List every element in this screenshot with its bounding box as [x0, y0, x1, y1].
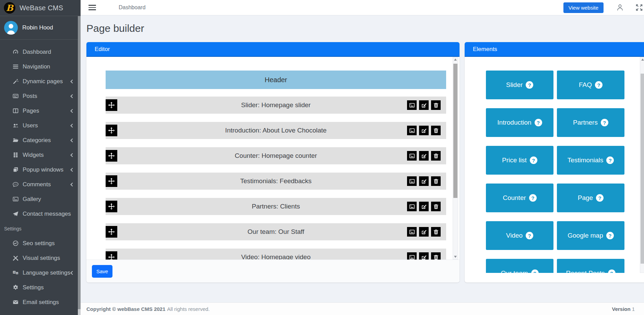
fullscreen-expand-icon[interactable]: [634, 3, 644, 12]
row-edit-icon[interactable]: [419, 202, 429, 211]
question-circle-icon[interactable]: ?: [595, 81, 603, 89]
element-button-recent-posts[interactable]: Recent Posts?: [557, 259, 624, 273]
editor-row[interactable]: Counter: Homepage counter: [106, 147, 446, 164]
sidebar-item-settings[interactable]: Settings: [0, 280, 81, 295]
element-button-testimonials[interactable]: Testimonials?: [557, 146, 624, 175]
row-edit-icon[interactable]: [419, 100, 429, 110]
row-delete-icon[interactable]: [431, 126, 441, 135]
editor-row[interactable]: Our team: Our Staff: [106, 223, 446, 240]
sidebar-item-navigation[interactable]: Navigation: [0, 59, 81, 74]
sidebar-item-popup-windows[interactable]: Popup windows: [0, 162, 81, 177]
sidebar-scrollbar[interactable]: [78, 16, 81, 315]
element-label: Page: [578, 194, 593, 202]
elements-scrollbar[interactable]: [640, 57, 644, 273]
footer-version: Version1: [612, 306, 635, 312]
drag-move-icon[interactable]: [106, 226, 117, 238]
sidebar-item-seo-settings[interactable]: Seo settings: [0, 236, 81, 251]
question-circle-icon[interactable]: ?: [596, 194, 604, 202]
scroll-down-arrow-icon[interactable]: [454, 256, 457, 258]
row-image-icon[interactable]: [407, 202, 417, 211]
element-button-faq[interactable]: FAQ?: [557, 71, 624, 99]
editor-row[interactable]: Testimonials: Feedbacks: [106, 173, 446, 190]
drag-move-icon[interactable]: [106, 175, 117, 187]
question-circle-icon[interactable]: ?: [529, 194, 537, 202]
element-button-video[interactable]: Video?: [486, 221, 553, 250]
row-edit-icon[interactable]: [419, 126, 429, 135]
drag-move-icon[interactable]: [106, 150, 117, 162]
scroll-up-arrow-icon[interactable]: [641, 59, 644, 61]
row-edit-icon[interactable]: [419, 151, 429, 161]
row-delete-icon[interactable]: [431, 227, 441, 237]
brand[interactable]: B WeBase CMS: [0, 0, 81, 16]
element-label: Our team: [501, 269, 528, 273]
element-button-introduction[interactable]: Introduction?: [486, 108, 553, 137]
sidebar-item-users[interactable]: Users: [0, 118, 81, 133]
question-circle-icon[interactable]: ?: [606, 156, 614, 164]
row-edit-icon[interactable]: [419, 176, 429, 186]
hamburger-menu-icon[interactable]: [88, 3, 96, 12]
element-button-slider[interactable]: Slider?: [486, 71, 553, 99]
sidebar-scrollbar-thumb[interactable]: [78, 16, 81, 309]
row-delete-icon[interactable]: [431, 252, 441, 260]
sidebar-item-dynamic-pages[interactable]: Dynamic pages: [0, 74, 81, 89]
question-circle-icon[interactable]: ?: [608, 269, 616, 273]
element-button-partners[interactable]: Partners?: [557, 108, 624, 137]
sidebar-item-posts[interactable]: Posts: [0, 89, 81, 103]
element-label: Introduction: [497, 119, 531, 126]
view-website-button[interactable]: View website: [563, 2, 604, 13]
row-image-icon[interactable]: [407, 176, 417, 186]
row-image-icon[interactable]: [407, 126, 417, 135]
row-delete-icon[interactable]: [431, 176, 441, 186]
header-block[interactable]: Header: [106, 71, 446, 89]
drag-move-icon[interactable]: [106, 251, 117, 260]
element-button-our-team[interactable]: Our team?: [486, 259, 553, 273]
element-button-counter[interactable]: Counter?: [486, 184, 553, 212]
question-circle-icon[interactable]: ?: [530, 156, 537, 164]
sidebar-item-email-settings[interactable]: Email settings: [0, 295, 81, 310]
row-image-icon[interactable]: [407, 100, 417, 110]
editor-row[interactable]: Partners: Clients: [106, 198, 446, 215]
element-button-page[interactable]: Page?: [557, 184, 624, 212]
sidebar-item-language-settings[interactable]: Az Language settings: [0, 265, 81, 280]
editor-row[interactable]: Video: Homepage video: [106, 249, 446, 260]
sidebar-item-dashboard[interactable]: Dashboard: [0, 45, 81, 59]
row-edit-icon[interactable]: [419, 252, 429, 260]
sidebar-item-comments[interactable]: Comments: [0, 177, 81, 192]
chevron-left-icon: [70, 124, 74, 127]
question-circle-icon[interactable]: ?: [606, 232, 614, 239]
editor-scrollbar[interactable]: [453, 57, 458, 260]
sidebar-item-gallery[interactable]: Gallery: [0, 192, 81, 206]
editor-row[interactable]: Slider: Homepage slider: [106, 97, 446, 114]
sidebar-item-widgets[interactable]: Widgets: [0, 148, 81, 162]
row-delete-icon[interactable]: [431, 202, 441, 211]
scroll-up-arrow-icon[interactable]: [454, 59, 457, 61]
drag-move-icon[interactable]: [106, 201, 117, 212]
element-button-price-list[interactable]: Price list?: [486, 146, 553, 175]
row-delete-icon[interactable]: [431, 100, 441, 110]
question-circle-icon[interactable]: ?: [526, 81, 533, 89]
row-image-icon[interactable]: [407, 227, 417, 237]
save-button[interactable]: Save: [92, 265, 112, 278]
drag-move-icon[interactable]: [106, 99, 117, 111]
sidebar-item-categories[interactable]: Categories: [0, 133, 81, 148]
question-circle-icon[interactable]: ?: [531, 269, 539, 273]
sidebar-item-visual-settings[interactable]: Visual settings: [0, 251, 81, 265]
sidebar-item-contact-messages[interactable]: Contact messages: [0, 206, 81, 221]
row-edit-icon[interactable]: [419, 227, 429, 237]
sidebar-item-label: Language settings: [23, 269, 70, 276]
user-account-icon[interactable]: [616, 3, 624, 12]
question-circle-icon[interactable]: ?: [601, 119, 608, 126]
question-circle-icon[interactable]: ?: [526, 232, 533, 239]
question-circle-icon[interactable]: ?: [535, 119, 542, 126]
row-image-icon[interactable]: [407, 151, 417, 161]
sidebar-item-pages[interactable]: Pages: [0, 103, 81, 118]
elements-scrollbar-thumb[interactable]: [641, 74, 644, 264]
drag-move-icon[interactable]: [106, 125, 117, 136]
user-panel[interactable]: Robin Hood: [0, 16, 81, 40]
breadcrumb[interactable]: Dashboard: [119, 4, 145, 11]
row-delete-icon[interactable]: [431, 151, 441, 161]
editor-row[interactable]: Introduction: About Love Chocolate: [106, 122, 446, 139]
element-button-google-map[interactable]: Google map?: [557, 221, 624, 250]
editor-scrollbar-thumb[interactable]: [453, 64, 457, 198]
row-image-icon[interactable]: [407, 252, 417, 260]
